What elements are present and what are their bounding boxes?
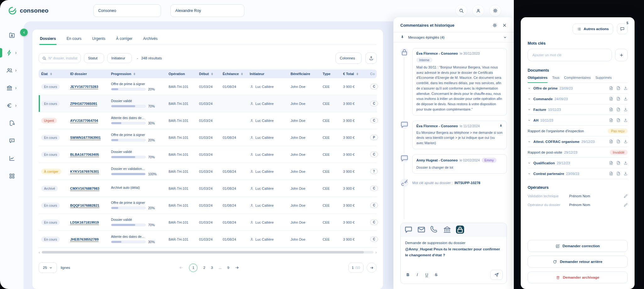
sidebar-item-bank[interactable] <box>0 79 24 97</box>
demander-correction-button[interactable]: Demander correction <box>528 240 628 252</box>
table-row[interactable]: À corriger KYKV1676976301 Dossier en val… <box>39 163 377 180</box>
preview-document-icon[interactable] <box>609 118 613 122</box>
validate-document-icon[interactable] <box>616 97 620 101</box>
col-header[interactable]: Co <box>368 72 385 76</box>
table-row[interactable]: En cours ZPIH1677065091 Dossier validé 7… <box>39 95 377 112</box>
demander-retour-arri-re-button[interactable]: Demander retour arrière <box>528 256 628 268</box>
strikethrough-button[interactable]: S <box>434 273 438 277</box>
chevron-down-icon[interactable] <box>528 119 531 122</box>
document-row[interactable]: Attest. COFRAC organisme 29/12/23 <box>528 136 628 147</box>
tab--corriger[interactable]: À corriger <box>115 35 133 45</box>
org-dropdown[interactable]: Consoneo <box>93 4 161 17</box>
scrollbar-track[interactable] <box>42 251 374 254</box>
bold-button[interactable]: B <box>406 273 410 277</box>
doc-tab-supprim-s[interactable]: Supprimés <box>595 76 612 83</box>
table-row[interactable]: En cours JEYV1677073283 Offre de prime à… <box>39 78 377 95</box>
sidebar-item-grid[interactable] <box>0 167 24 185</box>
sort-icon[interactable] <box>240 72 244 76</box>
col-header[interactable]: € Total <box>341 72 368 76</box>
page-size-dropdown[interactable]: 25 <box>39 262 57 273</box>
chevron-down-icon[interactable] <box>528 161 531 165</box>
channel-chat-button[interactable] <box>404 226 413 234</box>
dossier-id-link[interactable]: CMXV1676887983 <box>70 187 99 190</box>
tab-archiv-s[interactable]: Archivés <box>142 35 158 45</box>
send-button[interactable] <box>490 270 503 280</box>
sort-icon[interactable] <box>210 72 214 76</box>
italic-button[interactable]: I <box>415 273 419 277</box>
page-jump-go-button[interactable] <box>367 263 377 273</box>
comment-badge[interactable]: C <box>370 101 378 106</box>
document-row[interactable]: Contrat partenaire 23/09/23 <box>528 168 628 179</box>
document-row[interactable]: Rapport de l'organisme d'inspection Pas … <box>528 126 628 136</box>
dossier-id-link[interactable]: KYKV1676976301 <box>70 170 99 173</box>
sidebar-item-chart[interactable] <box>0 150 24 167</box>
chevron-down-icon[interactable] <box>528 97 531 101</box>
dossier-id-link[interactable]: BLBA1677063405 <box>70 153 99 156</box>
profile-button[interactable] <box>472 5 484 17</box>
gear-icon[interactable] <box>492 23 497 28</box>
table-row[interactable]: En cours BQQF1676882821 Offre de prime à… <box>39 197 377 214</box>
page-number-3[interactable]: 3 <box>211 266 213 270</box>
preview-document-icon[interactable] <box>609 139 613 144</box>
edit-operator-icon[interactable] <box>624 203 628 207</box>
dossier-id-link[interactable]: JHEB7638552789 <box>70 237 99 241</box>
preview-document-icon[interactable] <box>609 172 613 176</box>
page-number-1[interactable]: 1 <box>189 264 197 272</box>
download-icon[interactable] <box>624 97 628 101</box>
sort-icon[interactable] <box>49 72 53 76</box>
settings-button[interactable] <box>489 5 501 17</box>
doc-tab-obligatoires[interactable]: Obligatoires <box>528 76 547 83</box>
col-header[interactable]: Progression <box>108 72 166 76</box>
col-header[interactable]: Opération <box>166 72 197 76</box>
preview-document-icon[interactable] <box>609 97 613 101</box>
initiateur-filter-dropdown[interactable]: Initiateur <box>107 53 132 63</box>
preview-document-icon[interactable] <box>609 86 613 90</box>
dossier-id-link[interactable]: AYVJ1677064704 <box>70 119 98 123</box>
tab-urgents[interactable]: Urgents <box>92 35 106 45</box>
horizontal-scrollbar[interactable]: ‹ › <box>39 250 377 254</box>
demander-archivage-button[interactable]: Demander archivage <box>528 271 628 283</box>
comment-badge[interactable]: C <box>370 152 378 157</box>
pin-icon[interactable] <box>499 124 503 128</box>
chevron-down-icon[interactable] <box>528 108 531 111</box>
page-number-9[interactable]: 9 <box>227 266 229 270</box>
statut-filter-dropdown[interactable]: Statut <box>84 53 104 63</box>
doc-tab-compl-mentaires[interactable]: Complémentaires <box>564 76 591 83</box>
table-row[interactable]: Archivé CMXV1676887983 Archivé auto (dél… <box>39 180 377 197</box>
document-row[interactable]: Offre de prime 23/09/23 <box>528 83 628 94</box>
preview-document-icon[interactable] <box>609 161 613 165</box>
preview-document-icon[interactable] <box>609 107 613 112</box>
comment-badge[interactable]: C <box>370 186 378 191</box>
autres-actions-button[interactable]: Autres actions <box>573 24 613 34</box>
validate-document-icon[interactable] <box>616 107 620 112</box>
user-dropdown[interactable]: Alexandre Roy <box>170 4 244 17</box>
comment-badge[interactable]: C <box>370 237 378 242</box>
underline-button[interactable]: U <box>425 273 429 277</box>
table-row[interactable]: En cours JHEB7638552789 Attente des date… <box>39 231 377 248</box>
col-header[interactable]: Échéance <box>220 72 247 76</box>
validate-document-icon[interactable] <box>616 118 620 122</box>
colonnes-dropdown[interactable]: Colonnes <box>336 52 362 64</box>
channel-phone-button[interactable] <box>430 226 438 234</box>
sidebar-item-users[interactable] <box>0 62 24 79</box>
sidebar-item-folder-user[interactable] <box>0 26 24 44</box>
table-row[interactable]: En cours LDSK1671819919 Dossier validé 7… <box>39 214 377 231</box>
comment-badge[interactable]: ? <box>370 169 378 174</box>
col-header[interactable]: Initiateur <box>247 72 288 76</box>
scrollbar-thumb[interactable] <box>42 251 364 254</box>
comment-badge[interactable]: C <box>370 84 378 89</box>
add-keyword-button[interactable] <box>615 49 628 61</box>
download-icon[interactable] <box>624 139 628 144</box>
sidebar-item-message-smile[interactable] <box>0 132 24 150</box>
chevron-down-icon[interactable] <box>528 172 531 175</box>
composer-textarea[interactable]: Demande de suppression du dossier @Anny_… <box>401 237 507 267</box>
document-row[interactable]: AH 10/11/23 <box>528 115 628 126</box>
channel-lock-button[interactable] <box>456 226 464 234</box>
download-icon[interactable] <box>624 107 628 112</box>
sidebar-item-bolt[interactable] <box>0 44 24 62</box>
pinned-messages-toggle[interactable]: Messages épinglés (4) <box>393 32 514 42</box>
document-row[interactable]: Facture 10/11/23 <box>528 104 628 115</box>
channel-mail-button[interactable] <box>417 226 425 234</box>
dossier-search[interactable] <box>39 53 81 63</box>
chevron-down-icon[interactable] <box>528 87 531 90</box>
